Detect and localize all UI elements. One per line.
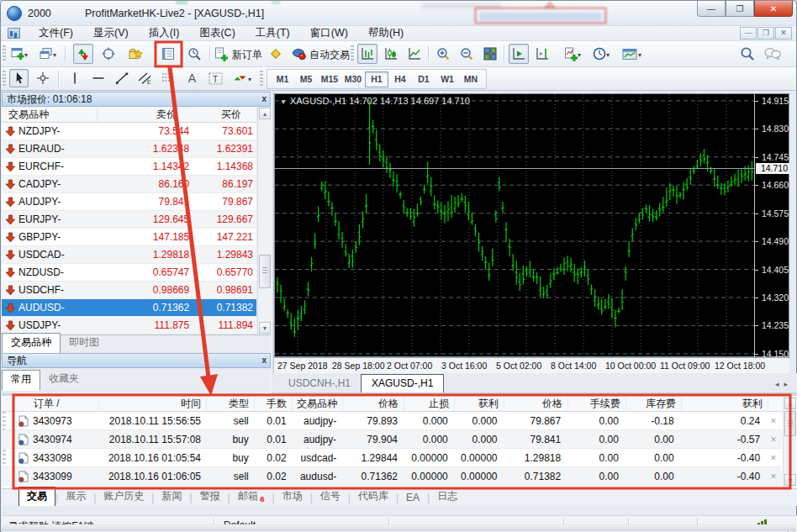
fibonacci-tool-button[interactable]: F [159, 69, 178, 87]
navigator-button[interactable] [125, 44, 145, 64]
timeframe-h1[interactable]: H1 [365, 71, 388, 87]
market-watch-close-icon[interactable]: x [261, 94, 267, 104]
navigator-close-icon[interactable]: x [261, 356, 267, 366]
crosshair-tool-button[interactable] [33, 69, 52, 87]
bar-chart-mode-button[interactable] [357, 44, 377, 64]
order-row-3430973[interactable]: 34309732018.10.11 15:56:55sell0.01audjpy… [2, 412, 782, 430]
order-row-3433099[interactable]: 34330992018.10.16 01:06:05sell0.02audusd… [2, 467, 782, 486]
order-row-3430974[interactable]: 34309742018.10.11 15:57:08buy0.01audjpy-… [2, 430, 782, 449]
arrows-tool-button[interactable] [230, 69, 249, 87]
scroll-up-icon[interactable]: ▲ [784, 398, 796, 409]
terminal-tab-3[interactable]: 新闻 [154, 487, 189, 506]
arrows-caret-icon[interactable]: ▾ [248, 76, 251, 83]
tab-favorites[interactable]: 收藏夹 [40, 370, 87, 388]
column-3[interactable]: 手数 [255, 397, 293, 411]
close-order-icon[interactable]: ✕ [765, 417, 782, 425]
market-row-nzdjpy[interactable]: NZDJPY-73.54473.601 [2, 123, 256, 140]
zoom-in-button[interactable] [433, 44, 453, 64]
column-4[interactable]: 交易品种 [293, 397, 343, 411]
chart-symbol-caret-icon[interactable]: ▼ [280, 98, 287, 106]
tab-symbols[interactable]: 交易品种 [2, 333, 61, 353]
terminal-tab-8[interactable]: 代码库 [351, 487, 396, 506]
line-chart-mode-button[interactable] [404, 44, 425, 64]
terminal-tab-0[interactable]: 交易 [18, 487, 55, 506]
terminal-tab-10[interactable]: 日志 [430, 487, 465, 506]
price-chart[interactable] [275, 94, 754, 358]
new-order-button[interactable] [213, 44, 230, 64]
indicators-caret-icon[interactable]: ▾ [578, 51, 581, 59]
periods-caret-icon[interactable]: ▾ [606, 51, 610, 59]
terminal-tab-9[interactable]: EA [398, 490, 427, 506]
close-order-icon[interactable]: ✕ [765, 435, 782, 444]
timeframe-w1[interactable]: W1 [435, 71, 459, 87]
terminal-tab-7[interactable]: 信号 [313, 487, 348, 506]
close-order-icon[interactable]: ✕ [765, 454, 782, 462]
chart-shift-button[interactable] [532, 44, 552, 64]
timeframe-m30[interactable]: M30 [341, 71, 365, 87]
autotrading-label[interactable]: 自动交易 [309, 48, 350, 62]
close-order-icon[interactable]: ✕ [765, 472, 782, 481]
channel-tool-button[interactable]: E [135, 69, 155, 87]
profiles-caret-icon[interactable]: ▾ [53, 51, 56, 59]
data-window-button[interactable] [98, 44, 119, 64]
scroll-down-icon[interactable]: ▼ [784, 474, 796, 486]
mdi-minimize-button[interactable]: — [740, 27, 757, 40]
metaeditor-button[interactable] [266, 44, 286, 64]
terminal-tab-5[interactable]: 邮箱 6 [230, 487, 272, 506]
market-row-usdchf[interactable]: USDCHF-0.986690.98691 [2, 282, 256, 299]
menu-item-1[interactable]: 显示(V) [83, 26, 139, 40]
timeframe-mn[interactable]: MN [459, 71, 483, 87]
menu-item-5[interactable]: 窗口(W) [300, 26, 358, 40]
market-row-audjpy[interactable]: AUDJPY-79.84179.867 [2, 193, 256, 211]
column-0[interactable]: 订单 / [18, 397, 99, 411]
mdi-restore-button[interactable]: ❐ [757, 27, 774, 40]
chart-window[interactable]: 14.91514.83014.74514.66014.57514.49014.4… [274, 93, 789, 357]
market-watch-scrollbar[interactable]: ▲ ▼ [257, 107, 271, 334]
trendline-tool-button[interactable] [112, 69, 131, 87]
templates-button[interactable] [620, 44, 640, 64]
window-restore-button[interactable]: ❐ [726, 1, 754, 17]
chart-system-icon[interactable] [8, 28, 20, 39]
chart-tab-xagusdh1[interactable]: XAGUSD-,H1 [361, 374, 444, 392]
zoom-out-button[interactable] [457, 44, 477, 64]
column-bid[interactable]: 卖价 [98, 107, 177, 122]
menu-item-6[interactable]: 帮助(H) [358, 26, 414, 40]
strategy-tester-button[interactable] [184, 44, 204, 64]
toolbar-gripper[interactable] [351, 45, 354, 62]
column-2[interactable]: 类型 [207, 397, 255, 411]
menu-item-4[interactable]: 工具(T) [245, 26, 300, 40]
window-close-button[interactable]: ✕ [754, 1, 793, 17]
templates-caret-icon[interactable]: ▾ [638, 51, 641, 59]
terminal-tab-4[interactable]: 警报 [193, 487, 228, 506]
menu-item-0[interactable]: 文件(F) [29, 26, 83, 40]
auto-scroll-button[interactable] [509, 44, 529, 64]
menu-item-2[interactable]: 插入(I) [139, 26, 190, 40]
time-scale[interactable]: 27 Sep 201828 Sep 18:002 Oct 07:003 Oct … [274, 357, 789, 373]
market-row-eurjpy[interactable]: EURJPY-129.645129.667 [2, 211, 256, 229]
tab-scroll-arrows-icon[interactable]: ◂▸ [775, 380, 793, 388]
cursor-tool-button[interactable] [9, 69, 29, 87]
price-scale[interactable]: 14.91514.83014.74514.66014.57514.49014.4… [754, 94, 790, 358]
column-9[interactable]: 手续费 [568, 397, 626, 411]
column-symbol[interactable]: 交易品种 [2, 107, 98, 122]
market-row-nzdusd[interactable]: NZDUSD-0.657470.65770 [2, 264, 256, 282]
terminal-tab-2[interactable]: 账户历史 [96, 487, 151, 506]
chart-tab-usdcnhh1[interactable]: USDCNH-,H1 [278, 375, 361, 392]
menu-item-3[interactable]: 图表(C) [189, 26, 245, 40]
market-row-cadjpy[interactable]: CADJPY-86.16086.197 [2, 176, 256, 193]
column-10[interactable]: 库存费 [626, 397, 682, 411]
tab-tick-chart[interactable]: 即时图 [61, 334, 108, 352]
column-6[interactable]: 止损 [404, 397, 455, 411]
column-5[interactable]: 价格 [343, 397, 404, 411]
timeframe-m15[interactable]: M15 [318, 71, 341, 87]
scroll-thumb[interactable] [259, 255, 271, 288]
window-minimize-button[interactable]: — [697, 1, 726, 17]
candlestick-mode-button[interactable] [381, 44, 401, 64]
terminal-tab-1[interactable]: 展示 [58, 487, 93, 506]
terminal-scrollbar[interactable]: ▲ ▼ [783, 397, 796, 487]
timeframe-m1[interactable]: M1 [271, 71, 294, 87]
timeframe-d1[interactable]: D1 [412, 71, 435, 87]
autotrading-button[interactable] [289, 44, 309, 64]
text-label-tool-button[interactable]: T [206, 69, 225, 87]
market-row-eurchf[interactable]: EURCHF-1.143421.14368 [2, 158, 256, 176]
